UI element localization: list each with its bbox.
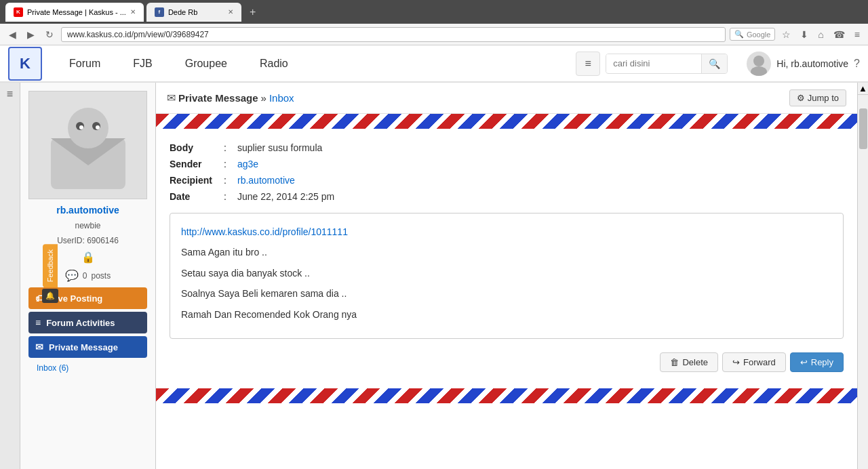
recipient-value: rb.automotive xyxy=(237,172,844,188)
private-message-icon: ✉ xyxy=(35,342,43,352)
lock-icon: 🔒 xyxy=(81,251,95,264)
date-value: June 22, 2014 2:25 pm xyxy=(237,188,844,205)
search-input[interactable] xyxy=(606,54,701,73)
tab-close-fb[interactable]: ✕ xyxy=(228,8,233,16)
search-google-label: Google xyxy=(747,30,770,39)
tab-label-fb: Dede Rb xyxy=(168,8,197,16)
profile-username[interactable]: rb.automotive xyxy=(56,205,119,216)
refresh-button[interactable]: ↻ xyxy=(42,28,57,41)
sender-link[interactable]: ag3e xyxy=(237,159,258,169)
delete-label: Delete xyxy=(682,357,708,367)
posts-label: posts xyxy=(92,271,111,281)
message-table: Body : suplier susu formula Sender : ag3… xyxy=(170,140,844,205)
profile-link[interactable]: http://www.kaskus.co.id/profile/1011111 xyxy=(181,226,348,237)
message-line3: Soalnya Saya Beli kemaren sama dia .. xyxy=(181,286,832,301)
svg-point-1 xyxy=(751,66,767,76)
sender-colon: : xyxy=(224,156,237,172)
download-icon[interactable]: ⬇ xyxy=(797,28,811,41)
forward-label: Forward xyxy=(743,357,776,367)
user-greeting: Hi, rb.automotive xyxy=(776,58,848,69)
forum-activities-icon: ≡ xyxy=(35,317,41,328)
forward-button[interactable]: ▶ xyxy=(24,28,38,41)
new-tab-button[interactable]: + xyxy=(244,3,261,21)
nav-groupee[interactable]: Groupee xyxy=(169,45,243,82)
message-line1: Sama Agan itu bro .. xyxy=(181,245,832,260)
skype-icon[interactable]: ☎ xyxy=(831,28,848,41)
message-body: http://www.kaskus.co.id/profile/1011111 … xyxy=(170,213,844,339)
message-details: Body : suplier susu formula Sender : ag3… xyxy=(156,129,857,388)
left-toggle: ≡ xyxy=(0,83,20,469)
nav-radio[interactable]: Radio xyxy=(243,45,304,82)
sender-value: ag3e xyxy=(237,156,844,172)
jump-to-button[interactable]: ⚙ Jump to xyxy=(789,89,846,106)
google-icon: 🔍 xyxy=(734,30,744,39)
body-row: Body : suplier susu formula xyxy=(170,140,844,156)
profile-userid: UserID: 6906146 xyxy=(57,236,119,245)
forward-icon: ↪ xyxy=(732,357,740,367)
profile-sidebar: rb.automotive newbie UserID: 6906146 🔒 💬… xyxy=(20,83,156,469)
forum-activities-label: Forum Activities xyxy=(46,318,115,328)
date-row: Date : June 22, 2014 2:25 pm xyxy=(170,188,844,205)
airmail-border-top xyxy=(156,114,857,129)
reply-button[interactable]: ↩ Reply xyxy=(790,352,844,372)
inbox-link[interactable]: Inbox xyxy=(269,92,294,104)
tab-label-active: Private Message | Kaskus - ... xyxy=(27,8,126,16)
page-title: Private Message xyxy=(178,92,258,104)
tab-close-btn[interactable]: ✕ xyxy=(130,8,136,16)
kaskus-favicon: K xyxy=(14,7,23,17)
body-colon: : xyxy=(224,140,237,156)
tab-active[interactable]: K Private Message | Kaskus - ... ✕ xyxy=(5,3,144,22)
bookmark-icon[interactable]: ☆ xyxy=(779,28,793,41)
profile-avatar xyxy=(28,91,147,199)
nav-forum[interactable]: Forum xyxy=(53,45,117,82)
message-link-line: http://www.kaskus.co.id/profile/1011111 xyxy=(181,224,832,239)
recipient-label: Recipient xyxy=(170,172,224,188)
body-value: suplier susu formula xyxy=(237,140,844,156)
search-button[interactable]: 🔍 xyxy=(701,54,727,73)
trash-icon: 🗑 xyxy=(670,357,679,367)
nav-fjb[interactable]: FJB xyxy=(117,45,168,82)
side-hamburger[interactable]: ≡ xyxy=(7,88,13,100)
scroll-up-btn[interactable]: ▲ xyxy=(858,83,868,95)
breadcrumb-icon: ✉ xyxy=(167,91,176,104)
user-avatar xyxy=(747,52,771,76)
jump-to-label: Jump to xyxy=(808,93,839,103)
sender-label: Sender xyxy=(170,156,224,172)
home-icon[interactable]: ⌂ xyxy=(815,28,826,41)
message-line5: Ramah Dan Recomended Kok Orang nya xyxy=(181,307,832,322)
content-area: ✉ Private Message » Inbox ⚙ Jump to Body… xyxy=(156,83,857,469)
posts-count: 0 xyxy=(83,271,87,281)
private-message-item[interactable]: ✉ Private Message xyxy=(28,336,147,358)
svg-point-8 xyxy=(96,125,100,129)
help-icon[interactable]: ? xyxy=(854,58,860,70)
reply-label: Reply xyxy=(811,357,833,367)
date-colon: : xyxy=(224,188,237,205)
scroll-thumb[interactable] xyxy=(859,108,867,149)
posts-row: 💬 0 posts xyxy=(65,269,111,282)
forum-activities-item[interactable]: ≡ Forum Activities xyxy=(28,312,147,333)
recipient-link[interactable]: rb.automotive xyxy=(237,175,295,186)
menu-icon[interactable]: ≡ xyxy=(852,28,863,41)
date-label: Date xyxy=(170,188,224,205)
tab-facebook[interactable]: f Dede Rb ✕ xyxy=(146,3,241,22)
main-layout: ≡ rb.automotive newbie UserID: 6 xyxy=(0,83,868,469)
notification-badge[interactable]: 🔔 xyxy=(42,289,58,303)
forward-button[interactable]: ↪ Forward xyxy=(722,352,786,372)
back-button[interactable]: ◀ xyxy=(5,28,20,41)
private-message-label: Private Message xyxy=(49,342,118,352)
inbox-item[interactable]: Inbox (6) xyxy=(28,361,147,375)
delete-button[interactable]: 🗑 Delete xyxy=(660,352,718,372)
address-bar: ◀ ▶ ↻ 🔍 Google ☆ ⬇ ⌂ ☎ ≡ xyxy=(0,24,868,45)
fb-favicon: f xyxy=(155,7,164,17)
feedback-tab[interactable]: Feedback xyxy=(43,244,58,287)
message-line2: Setau saya dia banyak stock .. xyxy=(181,266,832,281)
airmail-border-bottom xyxy=(156,388,857,403)
scrollbar[interactable]: ▲ xyxy=(857,83,868,469)
recipient-row: Recipient : rb.automotive xyxy=(170,172,844,188)
recipient-colon: : xyxy=(224,172,237,188)
address-input[interactable] xyxy=(61,27,726,42)
hamburger-menu[interactable]: ≡ xyxy=(576,52,600,76)
breadcrumb: ✉ Private Message » Inbox xyxy=(167,91,294,104)
sender-row: Sender : ag3e xyxy=(170,156,844,172)
site-logo[interactable]: K xyxy=(8,47,42,81)
